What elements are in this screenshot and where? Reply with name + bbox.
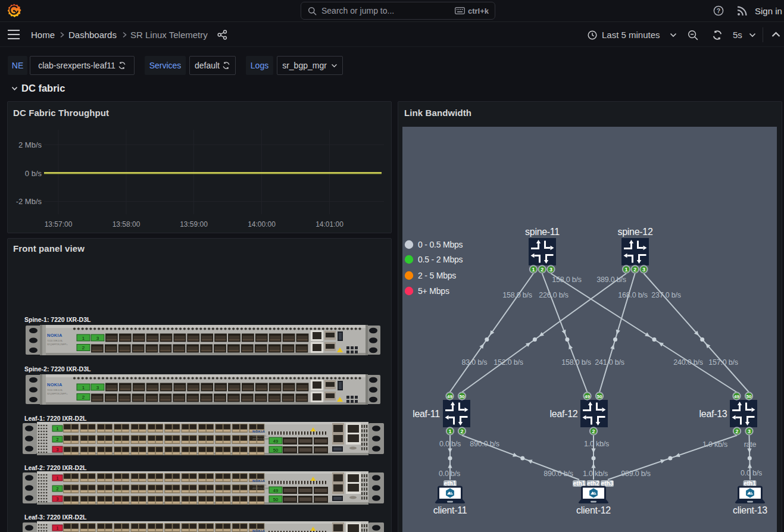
svg-text:2: 2 [541, 267, 544, 273]
svg-text:2: 2 [57, 437, 59, 442]
svg-text:158.0 b/s: 158.0 b/s [552, 276, 582, 284]
svg-text:2: 2 [57, 487, 59, 491]
svg-text:3: 3 [642, 267, 645, 273]
svg-text:2: 2 [460, 428, 463, 434]
svg-text:50: 50 [460, 394, 465, 399]
svg-text:Leaf-2: 7220 IXR-D2L: Leaf-2: 7220 IXR-D2L [24, 464, 87, 471]
svg-text:Spine-1: 7220 IXR-D3L: Spine-1: 7220 IXR-D3L [24, 316, 91, 323]
svg-text:50: 50 [597, 394, 602, 399]
svg-text:2: 2 [633, 267, 636, 273]
svg-text:989.0 b/s: 989.0 b/s [621, 470, 651, 478]
svg-text:890.0 b/s: 890.0 b/s [544, 470, 573, 478]
svg-text:14:00:00: 14:00:00 [248, 220, 276, 229]
svg-text:2 Mb/s: 2 Mb/s [18, 140, 42, 149]
svg-text:0 - 0.5 Mbps: 0 - 0.5 Mbps [418, 240, 463, 249]
svg-text:?: ? [717, 7, 720, 14]
svg-text:1: 1 [532, 267, 535, 273]
svg-text:leaf-11: leaf-11 [413, 409, 440, 419]
svg-text:13:57:00: 13:57:00 [45, 220, 73, 229]
svg-text:eth2: eth2 [587, 480, 599, 487]
svg-text:1: 1 [57, 476, 59, 480]
svg-text:3: 3 [57, 447, 59, 452]
svg-text:389.0 b/s: 389.0 b/s [596, 276, 626, 284]
svg-text:0.0 b/s: 0.0 b/s [741, 469, 762, 477]
svg-text:1: 1 [57, 427, 59, 431]
svg-text:49: 49 [273, 488, 278, 493]
svg-text:49: 49 [585, 394, 590, 399]
svg-text:13:59:00: 13:59:00 [180, 220, 208, 229]
svg-text:0.5 - 2 Mbps: 0.5 - 2 Mbps [418, 255, 463, 264]
svg-text:3: 3 [748, 428, 751, 434]
svg-text:158.0 b/s: 158.0 b/s [502, 291, 532, 299]
svg-text:Leaf-1: 7220 IXR-D2L: Leaf-1: 7220 IXR-D2L [24, 415, 87, 422]
svg-text:5+ Mbps: 5+ Mbps [418, 286, 449, 296]
svg-text:eth3: eth3 [601, 480, 614, 487]
svg-text:rate: rate [744, 440, 757, 449]
svg-text:leaf-12: leaf-12 [550, 409, 578, 419]
svg-text:client-12: client-12 [576, 505, 611, 515]
svg-text:2: 2 [592, 428, 595, 434]
svg-text:50: 50 [746, 394, 752, 399]
svg-text:49: 49 [447, 394, 452, 399]
svg-text:-2 Mb/s: -2 Mb/s [16, 197, 42, 206]
svg-text:226.0 b/s: 226.0 b/s [539, 291, 569, 299]
svg-text:168.0 b/s: 168.0 b/s [618, 291, 648, 299]
svg-text:1: 1 [624, 267, 627, 273]
svg-text:240.0 b/s: 240.0 b/s [673, 358, 703, 367]
svg-text:241.0 b/s: 241.0 b/s [595, 358, 624, 367]
svg-text:eth1: eth1 [744, 480, 756, 487]
svg-text:1.0 kb/s: 1.0 kb/s [584, 440, 609, 448]
svg-text:spine-11: spine-11 [525, 227, 560, 237]
svg-text:1.0 kb/s: 1.0 kb/s [583, 470, 608, 478]
svg-text:1.0 kb/s: 1.0 kb/s [702, 440, 727, 449]
svg-text:0 b/s: 0 b/s [25, 169, 42, 178]
svg-text:237.0 b/s: 237.0 b/s [651, 291, 681, 299]
svg-text:157.0 b/s: 157.0 b/s [708, 358, 738, 367]
svg-text:13:58:00: 13:58:00 [113, 220, 140, 229]
svg-text:0.0 b/s: 0.0 b/s [439, 470, 460, 478]
svg-text:client-13: client-13 [733, 505, 767, 515]
svg-text:49: 49 [734, 394, 739, 399]
svg-text:50: 50 [273, 497, 278, 502]
svg-text:83.0 b/s: 83.0 b/s [462, 358, 488, 367]
svg-text:1: 1 [57, 526, 59, 530]
svg-text:1: 1 [448, 428, 451, 434]
svg-text:eth1: eth1 [573, 480, 586, 487]
svg-text:49: 49 [273, 439, 278, 444]
svg-text:Leaf-3: 7220 IXR-D2L: Leaf-3: 7220 IXR-D2L [24, 514, 87, 521]
svg-text:2 - 5 Mbps: 2 - 5 Mbps [418, 271, 456, 280]
svg-text:152.0 b/s: 152.0 b/s [493, 358, 523, 367]
svg-text:158.0 b/s: 158.0 b/s [561, 358, 591, 367]
svg-text:890.0 b/s: 890.0 b/s [470, 440, 499, 448]
svg-text:client-11: client-11 [433, 505, 467, 515]
svg-text:2: 2 [735, 428, 738, 434]
svg-text:eth1: eth1 [444, 480, 457, 487]
svg-text:leaf-13: leaf-13 [699, 409, 727, 419]
svg-text:3: 3 [57, 497, 59, 501]
svg-text:spine-12: spine-12 [618, 227, 653, 237]
svg-text:3: 3 [549, 267, 552, 273]
svg-text:14:01:00: 14:01:00 [316, 220, 343, 229]
svg-text:Spine-2: 7220 IXR-D3L: Spine-2: 7220 IXR-D3L [24, 365, 91, 373]
svg-text:0.0 b/s: 0.0 b/s [439, 440, 461, 448]
svg-text:50: 50 [273, 447, 278, 453]
